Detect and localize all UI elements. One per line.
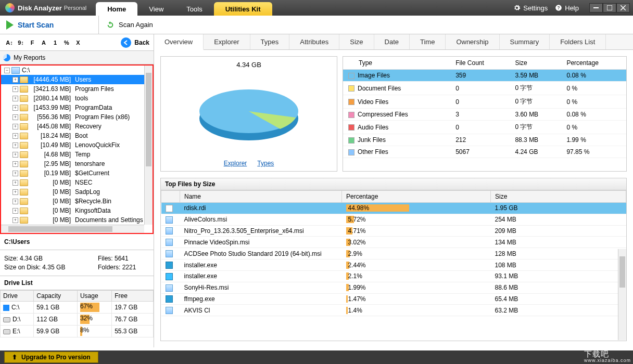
start-scan-button[interactable]: Start Scan [0, 16, 99, 34]
tab-view[interactable]: View [137, 2, 175, 16]
expand-icon[interactable]: + [12, 77, 18, 83]
settings-button[interactable]: Settings [513, 4, 548, 12]
drive-header[interactable]: Drive [1, 291, 34, 302]
tree-item[interactable]: +[0 MB]SadpLog [1, 187, 153, 197]
topfiles-header[interactable]: Name [180, 191, 342, 203]
sort-button-6[interactable]: X [73, 37, 83, 48]
subtab-summary[interactable]: Summary [500, 34, 550, 49]
type-row[interactable]: Compressed Files33.60 MB0.08 % [343, 109, 626, 121]
topfile-row[interactable]: ffmpeg.exe1.47%65.4 MB [161, 293, 626, 305]
expand-icon[interactable]: + [12, 208, 18, 214]
topfile-row[interactable]: installer.exe2.1%93.1 MB [161, 270, 626, 282]
tree-h-scrollbar[interactable] [1, 225, 144, 233]
sort-button-4[interactable]: 1 [50, 37, 60, 48]
subtab-ownership[interactable]: Ownership [446, 34, 499, 49]
topfile-row[interactable]: SonyHi-Res.msi1.99%88.6 MB [161, 282, 626, 293]
expand-icon[interactable]: + [12, 105, 18, 111]
type-row[interactable]: Document Files00 字节0 % [343, 82, 626, 95]
expand-icon[interactable]: + [12, 124, 18, 129]
drive-row[interactable]: E:\59.9 GB8%55.3 GB [1, 326, 154, 337]
tree-item[interactable]: +[1453.99 MB]ProgramData [1, 103, 153, 112]
maximize-button[interactable] [603, 3, 616, 12]
tab-utilities-kit[interactable]: Utilities Kit [214, 2, 272, 16]
topfiles-header[interactable]: Percentage [342, 191, 491, 203]
tree-item[interactable]: +[10.49 MB]LenovoQuickFix [1, 140, 153, 150]
expand-icon[interactable]: + [12, 171, 18, 176]
tree-item[interactable]: +[0 MB]NSEC [1, 178, 153, 187]
tree-item[interactable]: +[2080.14 MB]tools [1, 94, 153, 103]
sort-button-5[interactable]: % [61, 37, 72, 48]
subtab-date[interactable]: Date [374, 34, 410, 49]
tree-item[interactable]: +[0.19 MB]$GetCurrent [1, 168, 153, 178]
subtab-size[interactable]: Size [339, 34, 374, 49]
back-button[interactable]: Back [121, 37, 149, 48]
expand-icon[interactable]: + [12, 180, 18, 186]
upgrade-button[interactable]: ⬆ Upgrade to Pro version [4, 352, 98, 363]
expand-icon[interactable]: + [12, 161, 18, 167]
sort-button-1[interactable]: 9↕ [16, 37, 26, 48]
topfile-row[interactable]: AKVIS Cl1.4%63.2 MB [161, 305, 626, 316]
type-header[interactable]: Type [343, 57, 450, 70]
topfile-row[interactable]: rdisk.rdi44.98%1.95 GB [161, 203, 626, 214]
pie-link-types[interactable]: Types [257, 160, 274, 167]
tree-item[interactable]: +[0 MB]Documents and Settings [1, 215, 153, 225]
sort-button-3[interactable]: A [39, 37, 49, 48]
tree-item[interactable]: +[18.24 MB]Boot [1, 131, 153, 140]
close-button[interactable] [616, 3, 630, 12]
expand-icon[interactable]: + [12, 217, 18, 223]
tree-item[interactable]: +[4.68 MB]Temp [1, 150, 153, 159]
expand-icon[interactable]: + [12, 114, 18, 120]
type-header[interactable]: Size [510, 57, 561, 70]
topfile-row[interactable]: AliveColors.msi5.72%254 MB [161, 214, 626, 225]
expand-icon[interactable]: + [12, 133, 18, 139]
topfile-row[interactable]: Pinnacle VideoSpin.msi3.02%134 MB [161, 237, 626, 248]
tab-home[interactable]: Home [96, 2, 137, 16]
type-row[interactable]: Audio Files00 字节0 % [343, 121, 626, 134]
tree-item[interactable]: +[4446.45 MB]Users [1, 75, 153, 84]
subtab-folders-list[interactable]: Folders List [550, 34, 606, 49]
type-row[interactable]: Video Files00 字节0 % [343, 95, 626, 109]
expand-icon[interactable]: + [12, 199, 18, 204]
sort-button-0[interactable]: A↕ [4, 37, 15, 48]
tree-v-scrollbar[interactable] [144, 66, 153, 225]
top-files-scrollbar[interactable] [618, 249, 626, 340]
expand-icon[interactable]: + [12, 86, 18, 92]
type-header[interactable]: Percentage [561, 57, 626, 70]
expand-icon[interactable]: + [12, 189, 18, 195]
drive-header[interactable]: Usage [77, 291, 111, 302]
topfiles-header[interactable]: Size [491, 191, 626, 203]
tree-item[interactable]: +[3421.63 MB]Program Files [1, 84, 153, 94]
subtab-types[interactable]: Types [250, 34, 290, 49]
expand-icon[interactable]: + [12, 96, 18, 101]
topfile-row[interactable]: Nitro_Pro_13.26.3.505_Enterprise_x64.msi… [161, 225, 626, 237]
drive-header[interactable]: Free [112, 291, 154, 302]
scan-again-button[interactable]: Scan Again [106, 21, 153, 29]
help-button[interactable]: ? Help [555, 4, 579, 12]
tree-item[interactable]: +[556.36 MB]Program Files (x86) [1, 112, 153, 122]
type-row[interactable]: Image Files3593.59 MB0.08 % [343, 70, 626, 82]
tree-item[interactable]: +[445.08 MB]Recovery [1, 122, 153, 131]
drive-row[interactable]: D:\112 GB32%76.7 GB [1, 314, 154, 326]
drive-header[interactable]: Capacity [34, 291, 78, 302]
expand-icon[interactable]: + [12, 152, 18, 158]
expand-icon[interactable]: + [12, 142, 18, 148]
type-row[interactable]: Other Files50674.24 GB97.85 % [343, 146, 626, 158]
tree-item[interactable]: +[2.95 MB]tenorshare [1, 159, 153, 168]
topfile-row[interactable]: ACDSee Photo Studio Standard 2019 (64-bi… [161, 248, 626, 259]
subtab-explorer[interactable]: Explorer [204, 34, 250, 49]
type-row[interactable]: Junk Files21288.3 MB1.99 % [343, 134, 626, 146]
sort-button-2[interactable]: F [27, 37, 37, 48]
subtab-attributes[interactable]: Attributes [289, 34, 339, 49]
subtab-overview[interactable]: Overview [154, 34, 204, 50]
tab-tools[interactable]: Tools [175, 2, 213, 16]
expand-icon[interactable]: − [4, 68, 10, 73]
minimize-button[interactable] [589, 3, 603, 12]
my-reports-header[interactable]: My Reports [0, 51, 154, 64]
topfile-row[interactable]: installer.exe2.44%108 MB [161, 259, 626, 271]
tree-item[interactable]: +[0 MB]$Recycle.Bin [1, 197, 153, 206]
drive-row[interactable]: C:\59.1 GB67%19.7 GB [1, 302, 154, 314]
pie-link-explorer[interactable]: Explorer [224, 160, 247, 167]
tree-item[interactable]: +[0 MB]KingsoftData [1, 206, 153, 215]
type-header[interactable]: File Count [450, 57, 510, 70]
subtab-time[interactable]: Time [410, 34, 446, 49]
